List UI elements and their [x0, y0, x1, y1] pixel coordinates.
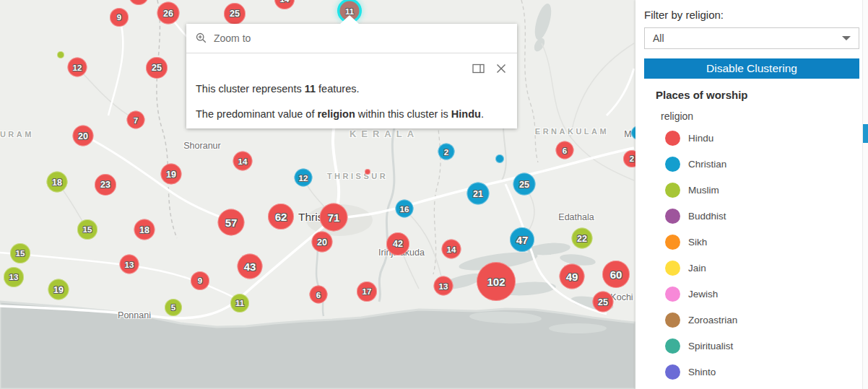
map-cluster[interactable]: 26: [157, 2, 180, 25]
cluster-count: 57: [225, 217, 238, 229]
cluster-count: 25: [152, 63, 162, 73]
map-cluster[interactable]: 14: [442, 240, 461, 259]
map-cluster[interactable]: 15: [77, 219, 97, 240]
map-cluster[interactable]: 2: [438, 144, 455, 160]
legend-item-spiritualist: Spiritualist: [656, 333, 859, 359]
legend-swatch: [665, 261, 680, 276]
map-cluster[interactable]: 6: [556, 141, 574, 159]
legend-items: HinduChristianMuslimBuddhistSikhJainJewi…: [656, 125, 859, 385]
map-cluster[interactable]: 13: [4, 267, 24, 287]
dropdown-selected-value: All: [653, 32, 664, 44]
map-cluster[interactable]: 21: [467, 183, 490, 205]
legend-item-label: Spiritualist: [688, 341, 733, 351]
map-cluster[interactable]: 25: [513, 173, 536, 196]
legend-swatch: [665, 312, 680, 328]
map-cluster[interactable]: 19: [161, 164, 182, 185]
map-cluster[interactable]: 6: [310, 286, 328, 304]
map-cluster[interactable]: 25: [593, 292, 614, 312]
cluster-count: 25: [598, 297, 608, 307]
cluster-count: 19: [53, 284, 64, 294]
disable-clustering-button[interactable]: Disable Clustering: [644, 58, 859, 79]
cluster-count: 47: [516, 234, 529, 246]
map-cluster[interactable]: 102: [477, 262, 516, 301]
cluster-count: 42: [393, 239, 403, 249]
cluster-count: 23: [100, 180, 110, 190]
legend-item-christian: Christian: [656, 151, 859, 177]
close-icon[interactable]: [495, 63, 507, 74]
map-cluster[interactable]: 60: [602, 261, 630, 288]
cluster-count: 60: [610, 268, 622, 281]
map-cluster[interactable]: 12: [68, 58, 87, 77]
map-cluster[interactable]: 25: [224, 3, 246, 25]
map-cluster[interactable]: 18: [134, 219, 155, 240]
cluster-count: 21: [473, 188, 483, 198]
popup-content: This cluster represents 11 features.The …: [196, 83, 507, 120]
legend-item-muslim: Muslim: [656, 177, 859, 203]
cluster-count: 9: [117, 13, 121, 22]
cluster-count: 71: [328, 211, 340, 224]
map-cluster[interactable]: 22: [572, 228, 593, 249]
cluster-count: 9: [198, 276, 202, 285]
map-cluster[interactable]: 62: [268, 204, 294, 230]
legend-item-sikh: Sikh: [656, 229, 859, 255]
page-scrollbar[interactable]: [862, 0, 868, 389]
map-point[interactable]: [495, 154, 504, 163]
popup-callout-arrow: [339, 15, 360, 25]
cluster-count: 26: [163, 8, 173, 18]
map-cluster[interactable]: 9: [191, 271, 209, 290]
map-cluster[interactable]: 13: [120, 255, 139, 274]
map-cluster[interactable]: 49: [560, 264, 585, 289]
map-cluster[interactable]: 47: [510, 227, 534, 252]
map-cluster[interactable]: 25: [146, 57, 168, 79]
map-cluster[interactable]: 13: [434, 276, 453, 296]
map-cluster[interactable]: 16: [396, 200, 414, 218]
cluster-count: 62: [275, 211, 287, 223]
map-cluster[interactable]: 9: [110, 8, 129, 27]
map-cluster[interactable]: 43: [238, 254, 263, 279]
map-cluster[interactable]: 23: [95, 174, 116, 196]
filter-label: Filter by religion:: [644, 9, 859, 21]
map-cluster[interactable]: 71: [320, 204, 348, 232]
cluster-count: 2: [444, 147, 448, 156]
page-scrollbar-thumb[interactable]: [863, 124, 868, 143]
legend-item-label: Shinto: [688, 367, 716, 377]
popup-body: This cluster represents 11 features.The …: [186, 53, 517, 128]
cluster-count: 6: [316, 290, 321, 299]
map-cluster[interactable]: 19: [48, 279, 69, 300]
caret-down-icon: [842, 36, 851, 40]
map-cluster[interactable]: 20: [312, 232, 333, 253]
cluster-count: 13: [125, 260, 134, 268]
legend-item-label: Christian: [688, 159, 726, 170]
map-point[interactable]: [365, 169, 370, 175]
cluster-count: 13: [439, 281, 448, 290]
zoom-to-button[interactable]: Zoom to: [186, 24, 517, 53]
cluster-count: 25: [519, 179, 529, 189]
legend-item-jewish: Jewish: [656, 281, 859, 307]
cluster-count: 25: [230, 9, 240, 19]
map-cluster[interactable]: 20: [73, 126, 94, 147]
map-cluster[interactable]: 14: [233, 152, 253, 171]
map-cluster[interactable]: 17: [357, 281, 377, 302]
map-cluster[interactable]: 11: [230, 294, 249, 312]
map-point[interactable]: [57, 51, 64, 58]
cluster-count: 13: [9, 273, 19, 281]
cluster-count: 102: [487, 276, 505, 288]
map-cluster[interactable]: 18: [47, 172, 68, 193]
dock-window-icon[interactable]: [472, 63, 485, 74]
cluster-count: 14: [447, 245, 456, 253]
map-cluster[interactable]: 7: [127, 111, 145, 129]
legend-swatch: [665, 183, 680, 198]
popup-text: The predominant value of religion within…: [196, 108, 507, 120]
legend-swatch: [665, 235, 680, 250]
map-cluster[interactable]: 15: [10, 243, 30, 263]
map-cluster[interactable]: 42: [386, 232, 409, 255]
map-cluster[interactable]: 5: [165, 299, 182, 316]
cluster-count: 22: [577, 233, 587, 243]
legend-item-zoroastrian: Zoroastrian: [656, 307, 859, 333]
cluster-count: 12: [73, 63, 82, 71]
cluster-count: 20: [78, 131, 88, 141]
religion-filter-dropdown[interactable]: All: [644, 27, 859, 49]
map-cluster[interactable]: 57: [218, 209, 245, 236]
map-cluster[interactable]: 12: [295, 169, 313, 187]
legend-item-label: Jewish: [688, 289, 718, 300]
